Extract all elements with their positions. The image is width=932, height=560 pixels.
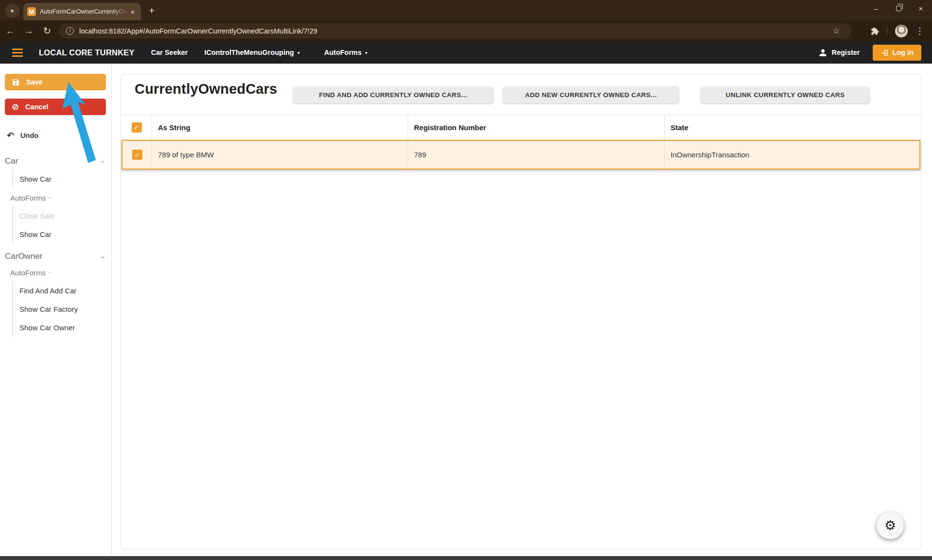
site-info-icon[interactable]: i [66, 27, 74, 35]
login-button[interactable]: Log in [873, 45, 922, 61]
sidebar-item-show-car-owner[interactable]: Show Car Owner [19, 318, 111, 337]
car-links-group: Show Car [12, 170, 111, 188]
column-header-as-string[interactable]: As String [152, 115, 408, 139]
sidebar-section-carowner[interactable]: CarOwner – [5, 250, 104, 263]
bookmark-button[interactable]: ☆ [828, 23, 845, 39]
car-autoforms-subheader[interactable]: AutoForms – [10, 191, 111, 204]
browser-tab[interactable]: M AutoFormCarOwnerCurrentlyOw × [23, 3, 141, 20]
select-all-cell: ✓ [121, 115, 152, 139]
star-icon: ☆ [832, 26, 840, 36]
page-title: CurrentlyOwnedCars [135, 81, 277, 97]
menu-button[interactable] [12, 49, 23, 57]
check-icon: ✓ [134, 151, 140, 159]
sidebar-item-show-car[interactable]: Show Car [19, 170, 111, 188]
chevron-down-icon: – [49, 195, 51, 200]
cars-table: ✓ As String Registration Number State ✓ … [121, 115, 920, 170]
reload-button[interactable]: ↻ [39, 23, 55, 39]
chevron-down-icon: ▾ [365, 50, 367, 55]
sidebar-item-find-and-add-car[interactable]: Find And Add Car [19, 281, 111, 300]
profile-avatar [895, 25, 908, 37]
window-restore-button[interactable] [887, 0, 910, 17]
back-icon: ← [6, 26, 15, 36]
close-icon: × [919, 4, 923, 13]
sidebar-item-close-sale: Close Sale [19, 206, 111, 225]
puzzle-icon [870, 27, 879, 35]
tab-title: AutoFormCarOwnerCurrentlyOw [40, 8, 128, 15]
table-row[interactable]: ✓ 789 of type BMW 789 InOwnershipTransac… [121, 140, 920, 170]
nav-item-icontrolthemenugrouping[interactable]: IControlTheMenuGrouping ▾ [205, 49, 300, 56]
register-button[interactable]: Register [818, 48, 860, 57]
chevron-down-icon: – [49, 270, 51, 275]
tab-search-button[interactable]: ▾ [5, 3, 19, 18]
three-dots-icon: ⋮ [915, 25, 925, 36]
save-button[interactable]: Save [5, 74, 106, 90]
cell-as-string: 789 of type BMW [152, 141, 408, 169]
browser-menu-button[interactable]: ⋮ [912, 23, 928, 39]
content-card: CurrentlyOwnedCars FIND AND ADD CURRENTL… [121, 74, 921, 549]
minimize-icon: – [874, 4, 878, 13]
login-icon [880, 49, 889, 57]
window-controls: – × [865, 0, 932, 17]
restore-icon [896, 6, 901, 11]
column-header-registration-number[interactable]: Registration Number [408, 115, 664, 139]
window-bottom-edge [0, 556, 932, 560]
new-tab-button[interactable]: + [145, 4, 158, 17]
url-text[interactable]: localhost:8182/App#/AutoFormCarOwnerCurr… [79, 27, 317, 35]
forward-icon: → [24, 26, 34, 36]
cell-registration-number: 789 [408, 141, 664, 169]
reload-icon: ↻ [43, 25, 51, 36]
block-icon: ⊘ [12, 102, 19, 111]
back-button[interactable]: ← [2, 23, 18, 39]
window-close-button[interactable]: × [910, 0, 932, 17]
car-autoforms-group: Close Sale Show Car [12, 206, 111, 243]
unlink-currently-owned-cars-button[interactable]: UNLINK CURRENTLY OWNED CARS [701, 86, 870, 103]
brand-title[interactable]: LOCAL CORE TURNKEY [39, 48, 135, 57]
cell-state: InOwnershipTransaction [664, 141, 919, 169]
sidebar-section-car[interactable]: Car – [5, 155, 104, 168]
toolbar-right: ⋮ [864, 23, 928, 39]
chevron-down-icon: ▾ [11, 7, 14, 15]
select-all-checkbox[interactable]: ✓ [132, 122, 142, 133]
row-checkbox[interactable]: ✓ [132, 150, 142, 160]
find-and-add-currently-owned-cars-button[interactable]: FIND AND ADD CURRENTLY OWNED CARS... [293, 86, 493, 103]
plus-icon: + [149, 5, 155, 17]
extensions-button[interactable] [866, 23, 883, 39]
nav-item-car-seeker[interactable]: Car Seeker [151, 49, 188, 56]
table-header-row: ✓ As String Registration Number State [121, 115, 920, 140]
profile-button[interactable] [893, 23, 910, 39]
row-select-cell: ✓ [122, 141, 152, 169]
toolbar-divider [887, 27, 887, 35]
forward-button[interactable]: → [20, 23, 37, 39]
collapse-icon[interactable]: – [101, 157, 104, 165]
settings-fab-button[interactable]: ⚙ [877, 512, 904, 539]
browser-toolbar: ← → ↻ i localhost:8182/App#/AutoFormCarO… [0, 20, 932, 41]
sidebar-item-show-car-2[interactable]: Show Car [19, 225, 111, 243]
undo-icon: ↶ [7, 130, 14, 141]
gear-icon: ⚙ [884, 518, 896, 533]
content-area: CurrentlyOwnedCars FIND AND ADD CURRENTL… [112, 64, 932, 556]
carowner-autoforms-group: Find And Add Car Show Car Factory Show C… [12, 281, 111, 337]
save-disk-icon [12, 78, 20, 86]
column-header-state[interactable]: State [664, 115, 920, 139]
nav-item-autoforms[interactable]: AutoForms ▾ [324, 49, 367, 56]
carowner-autoforms-subheader[interactable]: AutoForms – [10, 266, 111, 279]
sidebar: Save ⊘ Cancel ↶ Undo Car – Show Car Auto… [0, 64, 112, 556]
sidebar-item-show-car-factory[interactable]: Show Car Factory [19, 300, 111, 318]
address-bar[interactable]: i localhost:8182/App#/AutoFormCarOwnerCu… [59, 23, 851, 38]
collapse-icon[interactable]: – [101, 253, 104, 260]
check-icon: ✓ [134, 123, 139, 131]
person-icon [818, 48, 828, 57]
tab-close-icon[interactable]: × [128, 7, 137, 16]
hamburger-icon [12, 49, 23, 50]
window-minimize-button[interactable]: – [865, 0, 887, 17]
app-bar: LOCAL CORE TURNKEY Car Seeker IControlTh… [0, 41, 932, 64]
chevron-down-icon: ▾ [297, 50, 300, 55]
browser-tabstrip: ▾ M AutoFormCarOwnerCurrentlyOw × + – × [0, 0, 932, 20]
app-bar-right: Register Log in [818, 45, 921, 61]
undo-button[interactable]: ↶ Undo [7, 128, 111, 143]
site-favicon: M [27, 7, 36, 16]
cancel-button[interactable]: ⊘ Cancel [5, 99, 106, 115]
add-new-currently-owned-cars-button[interactable]: ADD NEW CURRENTLY OWNED CARS... [503, 86, 679, 103]
